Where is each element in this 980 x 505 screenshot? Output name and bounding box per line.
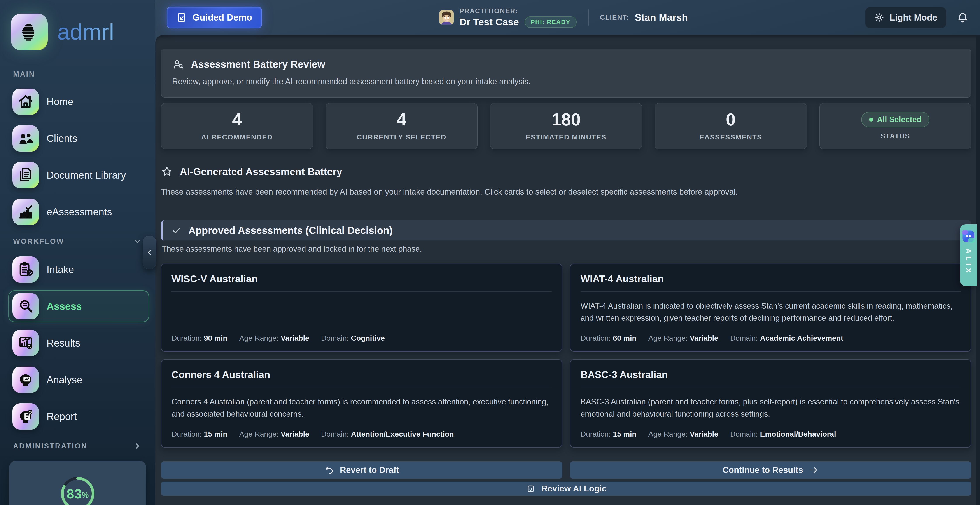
scrollbar[interactable] [977,35,980,505]
report-icon [13,403,39,430]
user-search-icon [172,58,184,70]
assessment-meta: Duration:15 minAge Range:VariableDomain:… [172,420,552,438]
workflow-progress-ring: 83 % [59,475,97,505]
sidebar-item-label: Analyse [46,374,83,386]
sidebar-item-label: Intake [46,264,74,275]
continue-to-results-button[interactable]: Continue to Results [570,462,971,478]
sidebar-item-intake[interactable]: Intake [8,254,149,286]
assessment-description: Conners 4 Australian (parent and teacher… [172,396,552,420]
status-badge: All Selected [861,112,929,127]
undo-arrow-icon [324,465,334,475]
progress-unit: % [81,491,89,500]
client-label: CLIENT: [600,14,629,21]
progress-value: 83 [67,486,82,502]
clipboard-check-icon [176,12,187,23]
assessment-domain: Domain:Cognitive [321,334,385,342]
stat-card-eassessments: 0EASSESSMENTS [655,103,807,149]
intake-icon [13,256,39,283]
brand-name: admrl [57,19,114,45]
practitioner-avatar [439,10,454,25]
assessment-card-wiat-4-australian[interactable]: WIAT-4 AustralianWIAT-4 Australian is in… [570,264,971,352]
results-icon [13,330,39,356]
assessment-domain: Domain:Emotional/Behavioral [730,430,836,438]
card-divider [172,387,552,387]
sidebar-item-results[interactable]: Results [8,327,149,359]
assessment-duration: Duration:15 min [172,430,228,438]
light-mode-button[interactable]: Light Mode [865,7,946,28]
chevron-left-icon [145,248,154,257]
assessment-card-wisc-v-australian[interactable]: WISC-V AustralianDuration:90 minAge Rang… [161,264,562,352]
sidebar-item-label: eAssessments [46,206,112,218]
assessment-card-basc-3-australian[interactable]: BASC-3 AustralianBASC-3 Australian (pare… [570,359,971,448]
guided-demo-button[interactable]: Guided Demo [167,6,262,29]
clients-icon [13,125,39,151]
approved-assessments-header: Approved Assessments (Clinical Decision) [161,220,971,240]
page-title: Assessment Battery Review [191,58,325,70]
stat-label: STATUS [880,132,910,140]
assessment-meta: Duration:60 minAge Range:VariableDomain:… [581,324,961,342]
sidebar-item-label: Document Library [46,169,126,181]
assessment-meta: Duration:90 minAge Range:VariableDomain:… [172,324,552,342]
workflow-progress-card: 83 % Workflow Progress [9,461,146,505]
stat-card-estimated-minutes: 180ESTIMATED MINUTES [490,103,642,149]
document-library-icon [13,162,39,188]
sidebar-item-document-library[interactable]: Document Library [8,159,149,191]
assessment-cards-grid: WISC-V AustralianDuration:90 minAge Rang… [161,264,971,448]
stat-value: 0 [726,111,736,128]
chevron-down-icon [132,237,142,246]
assessment-duration: Duration:60 min [581,334,636,342]
sidebar-collapse-button[interactable] [143,236,156,269]
check-icon [171,225,182,236]
assessment-age-range: Age Range:Variable [239,334,309,342]
identity-cluster: PRACTITIONER: Dr Test Case PHI: READY CL… [439,7,688,28]
page-subtitle: Review, approve, or modify the AI-recomm… [172,76,960,87]
alix-assistant-tab[interactable]: ALIX [960,224,977,286]
review-ai-logic-button[interactable]: Review AI Logic [161,481,971,495]
sidebar-item-assess[interactable]: Assess [8,290,149,322]
assess-icon [13,293,39,319]
sidebar-item-report[interactable]: Report [8,400,149,432]
client-block: CLIENT: Stan Marsh [600,12,688,23]
stat-label: EASSESSMENTS [699,133,762,141]
client-name: Stan Marsh [635,12,688,23]
sidebar-section-main: MAIN [13,70,142,78]
stat-label: ESTIMATED MINUTES [526,133,606,141]
arrow-right-icon [809,465,819,475]
approved-subtitle: These assessments have been approved and… [162,245,971,254]
star-icon [161,166,173,178]
assessment-duration: Duration:15 min [581,430,636,438]
sidebar: admrl MAIN HomeClientsDocument LibraryeA… [0,0,155,505]
sidebar-item-label: Report [46,411,77,422]
revert-to-draft-button[interactable]: Revert to Draft [161,462,562,478]
main-content: Assessment Battery Review Review, approv… [155,35,980,505]
stat-card-status: All SelectedSTATUS [819,103,971,149]
practitioner-block: PRACTITIONER: Dr Test Case PHI: READY [460,7,577,28]
admrl-logo-icon [11,14,48,50]
assessment-name: BASC-3 Australian [581,369,961,380]
sidebar-item-eassessments[interactable]: eAssessments [8,196,149,228]
status-dot-icon [869,118,873,122]
assessment-duration: Duration:90 min [172,334,228,342]
eassessments-icon [13,199,39,225]
practitioner-label: PRACTITIONER: [460,7,577,15]
assessment-card-conners-4-australian[interactable]: Conners 4 AustralianConners 4 Australian… [161,359,562,448]
stat-card-currently-selected: 4CURRENTLY SELECTED [326,103,477,149]
assessment-age-range: Age Range:Variable [239,430,309,438]
stats-row: 4AI RECOMMENDED4CURRENTLY SELECTED180EST… [161,103,971,149]
assessment-description: WIAT-4 Australian is indicated to object… [581,300,961,324]
practitioner-name: Dr Test Case [460,16,519,28]
notifications-bell-icon[interactable] [957,11,969,24]
card-divider [581,387,961,387]
sun-icon [874,13,884,22]
header-divider [588,10,589,25]
sidebar-item-home[interactable]: Home [8,86,149,118]
sidebar-item-analyse[interactable]: Analyse [8,364,149,396]
alix-logo-icon [962,230,975,243]
sidebar-section-administration[interactable]: ADMINISTRATION [13,441,142,451]
sidebar-section-workflow[interactable]: WORKFLOW [13,237,142,246]
assessment-description: BASC-3 Australian (parent and teacher fo… [581,396,961,420]
sidebar-item-clients[interactable]: Clients [8,122,149,154]
stat-value: 4 [396,111,406,128]
assessment-age-range: Age Range:Variable [648,430,718,438]
top-header: Guided Demo PRACTITIONER: Dr Test Case P… [155,0,980,35]
